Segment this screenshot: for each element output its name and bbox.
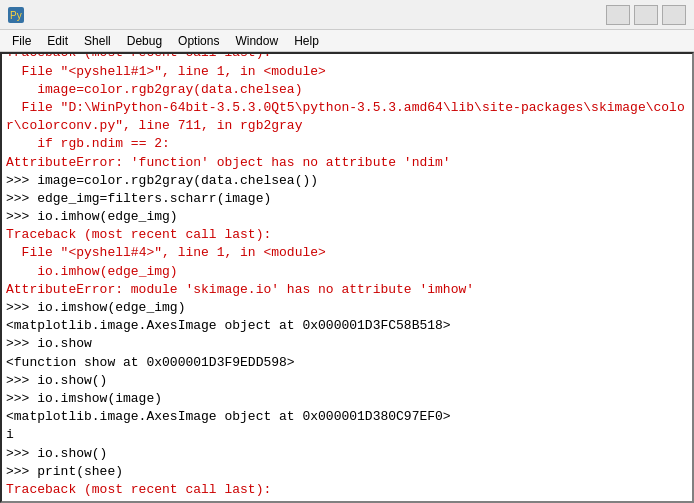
shell-line: AttributeError: 'function' object has no… bbox=[2, 154, 692, 172]
shell-line: if rgb.ndim == 2: bbox=[2, 135, 692, 153]
menu-item-debug[interactable]: Debug bbox=[119, 30, 170, 51]
shell-line: >>> image=color.rgb2gray(data.chelsea()) bbox=[2, 172, 692, 190]
shell-line: image=color.rgb2gray(data.chelsea) bbox=[2, 81, 692, 99]
shell-line: >>> io.show() bbox=[2, 445, 692, 463]
minimize-button[interactable] bbox=[606, 5, 630, 25]
menu-item-options[interactable]: Options bbox=[170, 30, 227, 51]
menu-item-shell[interactable]: Shell bbox=[76, 30, 119, 51]
svg-text:Py: Py bbox=[10, 10, 22, 21]
shell-line: <function show at 0x000001D3F9EDD598> bbox=[2, 354, 692, 372]
shell-line: <matplotlib.image.AxesImage object at 0x… bbox=[2, 317, 692, 335]
shell-line: >>> io.imhow(edge_img) bbox=[2, 208, 692, 226]
shell-line: AttributeError: module 'skimage.io' has … bbox=[2, 281, 692, 299]
title-bar-left: Py bbox=[8, 7, 30, 23]
menu-item-edit[interactable]: Edit bbox=[39, 30, 76, 51]
shell-line: <matplotlib.image.AxesImage object at 0x… bbox=[2, 408, 692, 426]
menu-bar: FileEditShellDebugOptionsWindowHelp bbox=[0, 30, 694, 52]
python-icon: Py bbox=[8, 7, 24, 23]
title-bar: Py bbox=[0, 0, 694, 30]
shell-line: >>> print(shee) bbox=[2, 463, 692, 481]
shell-line: File "<pyshell#4>", line 1, in <module> bbox=[2, 244, 692, 262]
menu-item-help[interactable]: Help bbox=[286, 30, 327, 51]
shell-line: i bbox=[2, 426, 692, 444]
shell-line: >>> io.show bbox=[2, 335, 692, 353]
shell-line: File "D:\WinPython-64bit-3.5.3.0Qt5\pyth… bbox=[2, 99, 692, 135]
shell-line: >>> io.imshow(edge_img) bbox=[2, 299, 692, 317]
shell-line: Traceback (most recent call last): bbox=[2, 226, 692, 244]
shell-line: io.imhow(edge_img) bbox=[2, 263, 692, 281]
close-button[interactable] bbox=[662, 5, 686, 25]
menu-item-window[interactable]: Window bbox=[227, 30, 286, 51]
shell-content[interactable]: >>> from skimage import data, io, color,… bbox=[0, 52, 694, 503]
shell-line: Traceback (most recent call last): bbox=[2, 52, 692, 63]
title-bar-controls bbox=[606, 5, 686, 25]
shell-line: >>> io.show() bbox=[2, 372, 692, 390]
shell-line: >>> io.imshow(image) bbox=[2, 390, 692, 408]
shell-line: Traceback (most recent call last): bbox=[2, 481, 692, 499]
shell-line: >>> edge_img=filters.scharr(image) bbox=[2, 190, 692, 208]
maximize-button[interactable] bbox=[634, 5, 658, 25]
shell-line: File "<pyshell#1>", line 1, in <module> bbox=[2, 63, 692, 81]
menu-item-file[interactable]: File bbox=[4, 30, 39, 51]
